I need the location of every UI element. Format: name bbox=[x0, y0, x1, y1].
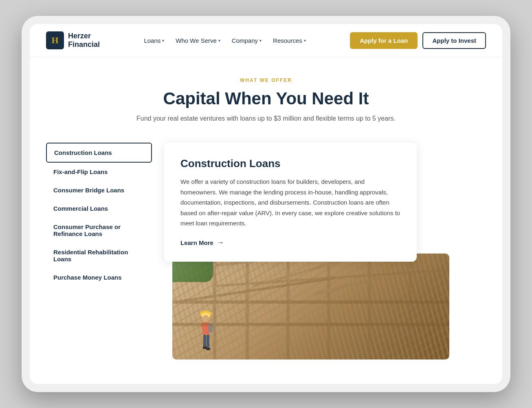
loans-sidebar: Construction Loans Fix-and-Flip Loans Co… bbox=[46, 143, 152, 287]
arrow-right-icon: → bbox=[217, 238, 224, 247]
navigation: Herzer Financial Loans ▾ Who We Serve ▾ bbox=[30, 24, 502, 57]
apply-invest-button[interactable]: Apply to Invest bbox=[422, 32, 486, 49]
svg-rect-11 bbox=[246, 254, 249, 359]
svg-rect-21 bbox=[172, 300, 449, 304]
apply-loan-button[interactable]: Apply for a Loan bbox=[350, 32, 418, 49]
chevron-icon: ▾ bbox=[218, 38, 220, 43]
section-subtitle: Fund your real estate ventures with loan… bbox=[46, 115, 486, 122]
construction-image bbox=[172, 254, 449, 359]
framing-overlay bbox=[172, 254, 449, 359]
svg-rect-10 bbox=[213, 254, 216, 359]
nav-who-we-serve[interactable]: Who We Serve ▾ bbox=[176, 37, 220, 44]
logo[interactable]: Herzer Financial bbox=[46, 31, 100, 49]
nav-links: Loans ▾ Who We Serve ▾ Company ▾ bbox=[144, 37, 306, 44]
chevron-icon: ▾ bbox=[162, 38, 164, 43]
loans-layout: Construction Loans Fix-and-Flip Loans Co… bbox=[46, 143, 486, 359]
loan-card-description: We offer a variety of construction loans… bbox=[180, 176, 400, 229]
logo-icon bbox=[46, 31, 64, 49]
loans-detail: Construction Loans We offer a variety of… bbox=[164, 143, 486, 359]
sidebar-item-construction[interactable]: Construction Loans bbox=[46, 143, 152, 163]
nav-buttons: Apply for a Loan Apply to Invest bbox=[350, 32, 486, 49]
sidebar-item-commercial[interactable]: Commercial Loans bbox=[46, 199, 152, 218]
sidebar-item-fix-flip[interactable]: Fix-and-Flip Loans bbox=[46, 163, 152, 181]
sidebar-item-residential-rehab[interactable]: Residential Rehabilitation Loans bbox=[46, 243, 152, 268]
sidebar-item-consumer-purchase[interactable]: Consumer Purchase or Refinance Loans bbox=[46, 218, 152, 243]
svg-rect-13 bbox=[327, 254, 330, 359]
loan-card-title: Construction Loans bbox=[180, 157, 400, 170]
chevron-icon: ▾ bbox=[304, 38, 306, 43]
main-content: WHAT WE OFFER Capital When You Need It F… bbox=[30, 57, 502, 384]
nav-loans[interactable]: Loans ▾ bbox=[144, 37, 164, 44]
sidebar-item-consumer-bridge[interactable]: Consumer Bridge Loans bbox=[46, 181, 152, 199]
section-eyebrow: WHAT WE OFFER bbox=[46, 77, 486, 83]
svg-line-20 bbox=[172, 278, 335, 302]
svg-rect-14 bbox=[368, 254, 371, 359]
nav-company[interactable]: Company ▾ bbox=[232, 37, 262, 44]
sidebar-item-purchase-money[interactable]: Purchase Money Loans bbox=[46, 268, 152, 287]
nav-resources[interactable]: Resources ▾ bbox=[273, 37, 306, 44]
chevron-icon: ▾ bbox=[259, 38, 262, 43]
svg-rect-12 bbox=[286, 254, 290, 359]
loan-card: Construction Loans We offer a variety of… bbox=[164, 143, 417, 262]
section-title: Capital When You Need It bbox=[46, 89, 486, 108]
learn-more-link[interactable]: Learn More → bbox=[180, 238, 400, 247]
svg-rect-22 bbox=[172, 323, 449, 326]
logo-text: Herzer Financial bbox=[68, 32, 100, 49]
